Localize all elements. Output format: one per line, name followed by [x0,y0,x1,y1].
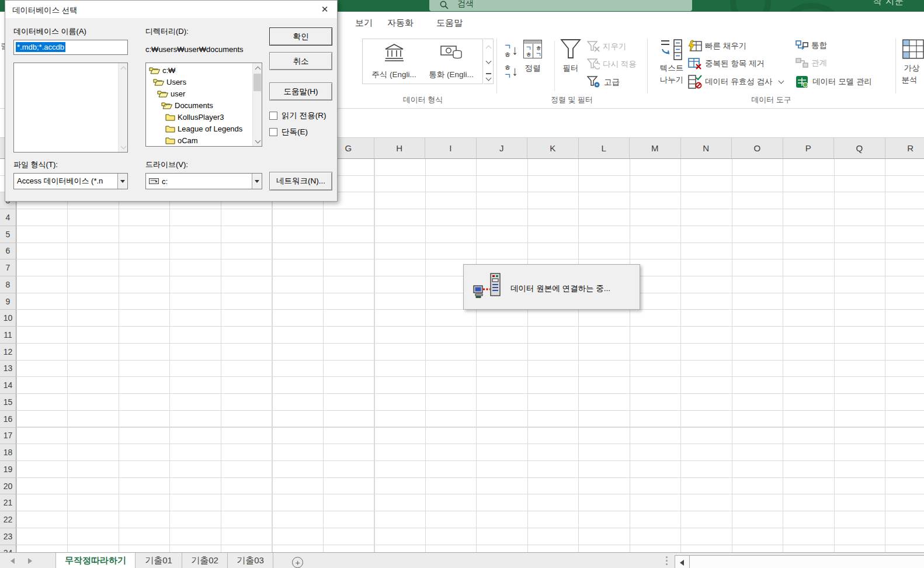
scroll-up-icon[interactable] [253,63,262,73]
consolidate-button[interactable]: 통합 [796,40,827,51]
tree-item-user[interactable]: user [157,88,185,99]
exclusive-checkbox-row[interactable]: 단독(E) [269,127,308,137]
network-button[interactable]: 네트워크(N)... [269,172,332,191]
filter-button-label[interactable]: 필터 [556,63,585,74]
column-header-I[interactable]: I [425,138,477,158]
sheet-tab-2[interactable]: 기출01 [136,553,182,568]
remove-duplicates-button[interactable]: 중복된 항목 제거 [688,57,765,70]
row-header-19[interactable]: 19 [0,461,16,478]
readonly-checkbox[interactable] [269,112,277,120]
ok-button[interactable]: 확인 [269,27,332,46]
data-validation-dropdown-icon[interactable] [778,78,784,84]
scroll-down-icon[interactable] [253,136,262,146]
column-header-L[interactable]: L [579,138,630,158]
tab-splitter-handle[interactable] [666,556,668,567]
gallery-scroll-up-button[interactable] [484,39,493,54]
dropdown-arrow-icon[interactable] [117,174,127,189]
row-header-12[interactable]: 12 [0,344,16,361]
close-icon[interactable]: ✕ [317,2,332,16]
readonly-checkbox-row[interactable]: 읽기 전용(R) [269,110,326,121]
sheet-tab-4[interactable]: 기출03 [228,553,273,568]
sort-button-label[interactable]: 정렬 [517,63,548,74]
row-header-13[interactable]: 13 [0,361,16,377]
column-header-R[interactable]: R [885,138,924,158]
column-header-P[interactable]: P [783,138,835,158]
column-header-M[interactable]: M [630,138,681,158]
dropdown-arrow-icon[interactable] [252,174,262,189]
db-name-input[interactable]: *.mdb;*.accdb [13,40,128,55]
data-validation-button[interactable]: 데이터 유효성 검사 [688,75,783,89]
scrollbar-thumb[interactable] [253,74,261,91]
filter-icon[interactable] [560,39,582,60]
row-header-9[interactable]: 9 [0,293,16,310]
gallery-scroll-down-button[interactable] [484,54,493,70]
sheet-tab-1[interactable]: 무작정따라하기 [55,553,136,568]
directory-tree-list[interactable]: c:₩UsersuserDocumentsKollusPlayer3League… [145,63,262,147]
exclusive-checkbox[interactable] [269,128,277,136]
row-header-15[interactable]: 15 [0,394,16,411]
row-header-5[interactable]: 5 [0,226,16,243]
data-type-stocks[interactable]: 주식 (Engli... [366,39,422,84]
sheet-nav-left-arrow[interactable] [11,558,15,564]
tree-item-c-[interactable]: c:₩ [149,64,175,76]
row-header-11[interactable]: 11 [0,327,16,344]
file-list-scrollbar[interactable] [118,63,127,152]
row-header-17[interactable]: 17 [0,428,16,445]
tab-help[interactable]: 도움말 [436,18,463,29]
what-if-label-line1[interactable]: 가상 [899,63,924,74]
scroll-down-icon[interactable] [119,142,128,152]
scroll-up-icon[interactable] [119,63,128,73]
worksheet-grid[interactable]: 3456789101112131415161718192021222324 [0,159,924,552]
row-header-8[interactable]: 8 [0,276,16,293]
row-header-6[interactable]: 6 [0,243,16,260]
row-header-14[interactable]: 14 [0,377,16,394]
row-header-21[interactable]: 21 [0,494,16,511]
advanced-filter-button[interactable]: 고급 [587,76,620,89]
cancel-button[interactable]: 취소 [269,52,332,70]
text-to-columns-icon[interactable] [660,39,683,61]
text-to-columns-label-line1[interactable]: 텍스트 [655,63,688,74]
column-header-H[interactable]: H [374,138,426,158]
tree-item-users[interactable]: Users [153,76,186,88]
sheet-tab-3[interactable]: 기출02 [182,553,228,568]
horizontal-scrollbar[interactable] [690,555,924,568]
column-header-N[interactable]: N [681,138,732,158]
row-header-18[interactable]: 18 [0,444,16,461]
row-header-4[interactable]: 4 [0,209,16,226]
tree-item-ocam[interactable]: oCam [165,134,198,146]
tree-item-documents[interactable]: Documents [161,99,213,111]
file-type-dropdown[interactable]: Access 데이터베이스 (*.n [13,173,128,189]
new-sheet-button[interactable]: + [292,557,303,568]
gallery-more-button[interactable] [484,70,493,85]
text-to-columns-label-line2[interactable]: 나누기 [655,75,688,85]
column-header-J[interactable]: J [477,138,528,158]
drive-dropdown[interactable]: c: [145,173,262,189]
column-header-K[interactable]: K [527,138,579,158]
column-header-O[interactable]: O [732,138,783,158]
sheet-nav-right-arrow[interactable] [28,558,32,564]
search-box[interactable]: 검색 [429,0,692,11]
tree-item-league-of-legends[interactable]: League of Legends [165,123,242,134]
what-if-analysis-icon[interactable] [902,39,924,60]
what-if-label-line2[interactable]: 분석 [897,75,922,85]
tab-automate[interactable]: 자동화 [387,18,414,29]
column-header-Q[interactable]: Q [834,138,885,158]
flash-fill-button[interactable]: 빠른 채우기 [688,40,746,53]
help-button[interactable]: 도움말(H) [269,82,332,101]
sort-dialog-icon[interactable]: ㄱ ㅎ ㅎ ㄱ [523,40,542,58]
dialog-title-bar[interactable]: 데이터베이스 선택 ✕ [5,1,337,18]
manage-data-model-button[interactable]: 데이터 모델 관리 [796,75,872,89]
data-type-currency[interactable]: 통화 (Engli... [423,39,479,84]
sort-ascending-button[interactable]: ㄱㅎ↓ [504,42,522,61]
row-header-7[interactable]: 7 [0,259,16,276]
hscroll-left-button[interactable] [675,555,690,568]
directory-scrollbar[interactable] [252,63,262,146]
row-header-16[interactable]: 16 [0,411,16,428]
tree-item-kollusplayer3[interactable]: KollusPlayer3 [165,111,224,123]
row-header-10[interactable]: 10 [0,310,16,327]
row-header-20[interactable]: 20 [0,478,16,495]
tab-view[interactable]: 보기 [355,18,373,29]
row-header-22[interactable]: 22 [0,511,16,528]
row-header-23[interactable]: 23 [0,528,16,545]
db-file-list[interactable] [13,63,128,153]
